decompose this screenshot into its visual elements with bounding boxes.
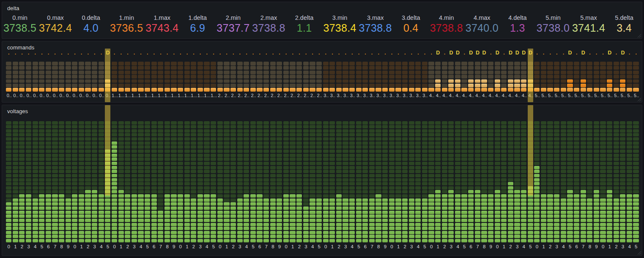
heatmap-cell bbox=[316, 79, 322, 83]
led-cell bbox=[468, 227, 474, 230]
led-cell bbox=[13, 145, 18, 149]
led-cell bbox=[422, 206, 428, 210]
led-cell bbox=[627, 194, 632, 198]
heatmap-cell bbox=[79, 66, 84, 70]
led-cell bbox=[204, 170, 209, 173]
stat-value: 3738.8 bbox=[358, 22, 393, 34]
led-cell bbox=[316, 174, 322, 177]
x-tick-label: 0 bbox=[494, 244, 501, 249]
led-cell bbox=[521, 186, 526, 190]
led-cell bbox=[508, 125, 513, 128]
led-cell bbox=[561, 141, 566, 145]
led-cell bbox=[323, 137, 329, 141]
led-cell bbox=[316, 121, 322, 125]
heatmap-cell bbox=[224, 75, 229, 79]
led-cell bbox=[59, 235, 64, 238]
heatmap-cell bbox=[59, 79, 64, 83]
command-marker-dot: . bbox=[197, 49, 204, 56]
heatmap-cell bbox=[46, 62, 51, 65]
led-cell bbox=[409, 174, 414, 177]
led-cell bbox=[310, 137, 315, 141]
led-cell bbox=[382, 166, 388, 169]
x-tick-label: 7 bbox=[263, 244, 270, 249]
led-cell bbox=[204, 211, 209, 214]
heatmap-cell bbox=[382, 88, 388, 92]
heatmap-cell bbox=[561, 79, 566, 83]
command-marker-dot: . bbox=[25, 49, 32, 56]
led-cell bbox=[600, 182, 606, 185]
heatmap-cell bbox=[310, 62, 315, 65]
heatmap-cell bbox=[257, 88, 262, 92]
led-cell bbox=[237, 190, 243, 193]
led-cell bbox=[349, 129, 355, 133]
heatmap-cell bbox=[442, 75, 447, 79]
command-marker-dot: . bbox=[118, 49, 125, 56]
led-cell bbox=[362, 231, 368, 234]
heatmap-cell bbox=[250, 62, 256, 65]
annotation-region[interactable] bbox=[105, 49, 110, 102]
led-cell bbox=[514, 166, 520, 169]
x-tick-label: 4 bbox=[521, 244, 527, 249]
led-cell bbox=[481, 219, 487, 222]
led-cell bbox=[303, 215, 309, 218]
led-cell bbox=[105, 198, 110, 202]
heatmap-cell bbox=[33, 84, 38, 87]
led-cell bbox=[461, 170, 467, 173]
led-cell bbox=[468, 190, 474, 193]
led-cell bbox=[495, 182, 500, 185]
led-cell bbox=[296, 198, 302, 202]
led-cell bbox=[184, 170, 190, 173]
led-cell bbox=[112, 133, 117, 136]
panel-title-delta[interactable]: delta bbox=[7, 5, 19, 11]
heatmap-cell bbox=[197, 71, 203, 74]
led-cell bbox=[455, 194, 460, 198]
led-cell bbox=[402, 162, 408, 165]
led-cell bbox=[455, 162, 460, 165]
heatmap-cell bbox=[435, 79, 441, 83]
annotation-region[interactable] bbox=[105, 105, 110, 196]
heatmap-cell bbox=[85, 88, 90, 92]
x-tick-label: 3 bbox=[131, 244, 138, 249]
panel-resize-handle[interactable] bbox=[637, 33, 641, 38]
led-cell bbox=[336, 158, 342, 161]
led-cell bbox=[468, 174, 474, 177]
heatmap-cell bbox=[633, 66, 639, 70]
led-cell bbox=[6, 223, 11, 226]
led-cell bbox=[395, 170, 401, 173]
led-cell bbox=[547, 141, 553, 145]
led-cell bbox=[105, 215, 110, 218]
led-cell bbox=[151, 190, 157, 193]
annotation-region[interactable] bbox=[528, 49, 533, 102]
led-cell bbox=[257, 133, 262, 136]
led-cell bbox=[600, 190, 606, 193]
led-cell bbox=[336, 174, 342, 177]
heatmap-cell bbox=[448, 62, 454, 65]
led-cell bbox=[92, 239, 97, 242]
annotation-region[interactable] bbox=[528, 105, 533, 196]
commands-heatmap[interactable]: .0...0...0...0...0...0...0...0...0...0..… bbox=[2, 41, 642, 102]
x-tick-label: 5 bbox=[356, 244, 362, 249]
led-cell bbox=[574, 211, 579, 214]
command-marker-dot: . bbox=[600, 49, 606, 56]
voltages-histogram[interactable]: 0123456789012345012345678901234501234567… bbox=[2, 105, 642, 255]
heatmap-cell bbox=[587, 71, 592, 74]
led-cell bbox=[46, 125, 51, 128]
led-cell bbox=[145, 149, 150, 153]
led-cell bbox=[501, 194, 507, 198]
led-cell bbox=[191, 170, 196, 173]
led-cell bbox=[66, 206, 71, 210]
heatmap-cell bbox=[455, 62, 460, 65]
led-cell bbox=[534, 215, 540, 218]
led-cell bbox=[481, 198, 487, 202]
led-cell bbox=[435, 198, 441, 202]
led-cell bbox=[600, 194, 606, 198]
led-cell bbox=[428, 154, 434, 157]
heatmap-cell bbox=[310, 79, 315, 83]
x-tick-label: 6 bbox=[362, 244, 369, 249]
led-cell bbox=[72, 211, 77, 214]
led-cell bbox=[382, 219, 388, 222]
heatmap-cell bbox=[356, 88, 362, 92]
heatmap-cell bbox=[224, 88, 229, 92]
led-cell bbox=[46, 170, 51, 173]
heatmap-cell bbox=[508, 79, 513, 83]
